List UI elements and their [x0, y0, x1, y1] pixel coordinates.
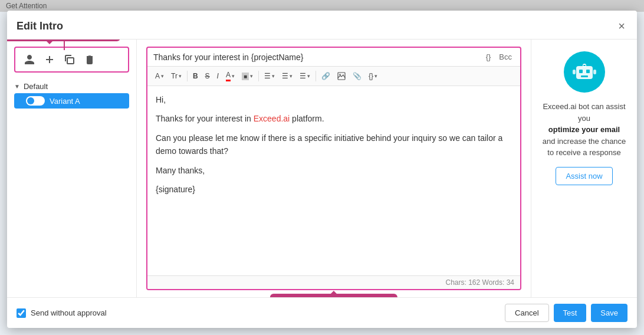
subject-actions: {} Bcc — [484, 51, 514, 63]
image-button[interactable] — [334, 70, 349, 82]
bot-desc-bold: optimize your email — [548, 125, 620, 134]
align-chevron: ▾ — [272, 73, 275, 79]
editor-footer: Chars: 162 Words: 34 — [147, 275, 520, 289]
svg-rect-9 — [593, 70, 596, 74]
variant-default[interactable]: ▼ Default — [14, 80, 129, 93]
bold-button[interactable]: B — [190, 70, 201, 82]
subject-bar: {} Bcc — [147, 48, 520, 67]
email-closing: Many thanks, — [156, 164, 512, 177]
svg-rect-5 — [581, 75, 588, 77]
bot-desc-line2: and increase the chance to receive a res… — [543, 137, 626, 157]
fmt-divider-1 — [187, 71, 188, 81]
test-button[interactable]: Test — [554, 304, 587, 322]
modal-title: Edit Intro — [17, 20, 616, 32]
save-button[interactable]: Save — [591, 304, 627, 322]
indent-chevron: ▾ — [307, 73, 310, 79]
callout-arrow-line — [64, 40, 65, 50]
subject-input[interactable] — [153, 52, 479, 62]
font-color-button[interactable]: A ▾ — [223, 69, 238, 83]
email-question: Can you please let me know if there is a… — [156, 132, 512, 158]
modal-body: Tools to customize templateand create em… — [7, 40, 637, 297]
modal: Edit Intro × Tools to customize template… — [7, 11, 637, 328]
list-button[interactable]: ☰ ▾ — [279, 70, 295, 82]
footer-actions: Cancel Test Save — [505, 304, 627, 322]
variant-toggle[interactable] — [26, 96, 45, 106]
highlight-label: ■ — [242, 73, 249, 80]
fmt-divider-2 — [258, 71, 259, 81]
italic-button[interactable]: I — [214, 70, 222, 82]
cancel-button[interactable]: Cancel — [505, 304, 548, 322]
svg-rect-7 — [583, 65, 586, 66]
bot-desc-line1: Exceed.ai bot can assist you — [543, 102, 625, 123]
fontcolor-chevron: ▾ — [232, 73, 235, 79]
right-panel: Exceed.ai bot can assist you optimize yo… — [531, 40, 637, 297]
font-chevron: ▾ — [161, 73, 164, 79]
editor-container: {} Bcc A ▾ Tr ▾ B S — [146, 47, 521, 290]
code-button[interactable]: {} ▾ — [366, 70, 380, 82]
email-salutation: Hi, — [156, 93, 512, 106]
svg-rect-8 — [573, 70, 576, 74]
copy-icon[interactable] — [61, 51, 78, 68]
highlight-chevron: ▾ — [250, 73, 253, 79]
assist-now-button[interactable]: Assist now — [556, 167, 612, 185]
bot-description: Exceed.ai bot can assist you optimize yo… — [540, 101, 629, 159]
formatting-toolbar: A ▾ Tr ▾ B S I A ▾ — [147, 67, 520, 86]
svg-point-1 — [339, 74, 340, 75]
svg-rect-4 — [586, 70, 590, 73]
indent-button[interactable]: ☰ ▾ — [297, 70, 313, 82]
delete-icon[interactable] — [81, 51, 98, 68]
send-approval-checkbox[interactable] — [17, 308, 26, 318]
bot-avatar — [564, 51, 605, 93]
top-bar: Get Attention — [0, 0, 644, 12]
highlight-button[interactable]: ■ ▾ — [239, 71, 256, 82]
bottom-callout: Guided email intro template. — [270, 294, 397, 297]
variant-label: Variant A — [50, 97, 80, 106]
send-approval-container: Send without approval — [17, 308, 107, 318]
person-add-icon[interactable] — [21, 51, 38, 68]
modal-header: Edit Intro × — [7, 11, 637, 40]
robot-icon — [570, 58, 599, 86]
attach-button[interactable]: 📎 — [350, 70, 364, 82]
variant-section: ▼ Default Variant A — [14, 77, 129, 111]
editor-area: {} Bcc A ▾ Tr ▾ B S — [137, 40, 531, 297]
email-body[interactable]: Hi, Thanks for your interest in Exceed.a… — [147, 86, 520, 275]
variant-a-item[interactable]: Variant A — [14, 93, 129, 109]
send-approval-label: Send without approval — [31, 308, 107, 317]
textsize-chevron: ▾ — [179, 73, 182, 79]
bcc-button[interactable]: Bcc — [497, 51, 514, 63]
font-button[interactable]: A ▾ — [152, 70, 167, 82]
svg-rect-3 — [579, 70, 583, 73]
arrow-icon: ▼ — [14, 83, 20, 90]
exceed-ai-link[interactable]: Exceed.ai — [254, 114, 290, 123]
top-bar-text: Get Attention — [6, 2, 47, 10]
modal-footer: Send without approval Cancel Test Save — [7, 297, 637, 328]
text-size-button[interactable]: Tr ▾ — [168, 70, 185, 82]
variables-button[interactable]: {} — [484, 51, 494, 63]
strikethrough-button[interactable]: S — [202, 70, 213, 82]
email-intro: Thanks for your interest in Exceed.ai pl… — [156, 112, 512, 125]
fmt-divider-3 — [316, 71, 316, 81]
list-chevron: ▾ — [290, 73, 293, 79]
align-button[interactable]: ☰ ▾ — [261, 70, 278, 82]
sidebar: Tools to customize templateand create em… — [7, 40, 137, 297]
font-color-label: A — [226, 71, 231, 81]
add-icon[interactable] — [41, 51, 58, 68]
link-button[interactable]: 🔗 — [318, 70, 333, 82]
code-chevron: ▾ — [374, 73, 377, 79]
toolbar-icons-container — [14, 47, 129, 73]
email-signature: {signature} — [156, 183, 512, 196]
modal-close-button[interactable]: × — [616, 18, 627, 34]
editor-wrapper: {} Bcc A ▾ Tr ▾ B S — [146, 47, 521, 290]
default-label: Default — [24, 82, 48, 91]
